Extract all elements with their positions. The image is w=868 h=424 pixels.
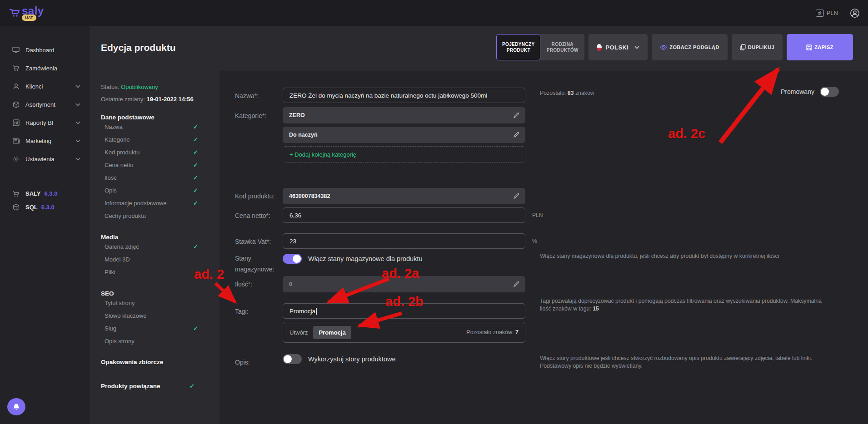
sidebar-item-orders[interactable]: Zamówienia — [0, 60, 90, 76]
promoted-toggle[interactable] — [820, 87, 839, 97]
stock-toggle-row: Włącz stany magazynowe dla produktu — [283, 254, 422, 264]
sidebar-item-dashboard[interactable]: Dashboard — [0, 42, 90, 58]
env-badge: UAT — [22, 15, 36, 21]
description-helper: Włącz story produktowe jeśli chcesz stwo… — [540, 355, 831, 370]
preview-button[interactable]: ZOBACZ PODGLĄD — [652, 34, 727, 60]
preview-label: ZOBACZ PODGLĄD — [669, 44, 719, 50]
currency-label: PLN — [827, 10, 838, 16]
user-avatar-icon[interactable] — [850, 8, 860, 18]
panel-item-page-description[interactable]: Opis strony — [105, 335, 217, 348]
panel-item-model3d[interactable]: Model 3D — [105, 253, 217, 266]
panel-item-name[interactable]: Nazwa✓ — [105, 121, 217, 133]
stock-helper: Włącz stany magazynowe dla produktu, jeś… — [540, 252, 831, 260]
sidebar-item-label: Asortyment — [25, 101, 55, 108]
category-chip-1[interactable]: ZERO — [283, 107, 525, 123]
check-icon: ✓ — [193, 159, 198, 172]
pencil-icon[interactable] — [513, 132, 519, 138]
panel-item-gallery[interactable]: Galeria zdjęć✓ — [105, 241, 217, 253]
tag-suggestion-chip[interactable]: Promocja — [313, 326, 351, 339]
tab-product-family[interactable]: RODZINA PRODUKTÓW — [540, 34, 584, 60]
pencil-icon[interactable] — [513, 112, 519, 118]
cart-icon — [12, 191, 20, 197]
sidebar-item-label: Zamówienia — [25, 65, 57, 72]
save-button[interactable]: ZAPISZ — [787, 34, 853, 60]
quantity-label: Ilość*: — [235, 281, 280, 288]
tags-label: Tagi: — [235, 308, 280, 315]
categories-label: Kategorie*: — [235, 112, 280, 119]
panel-item-page-title[interactable]: Tytuł strony — [105, 297, 217, 310]
product-form: Nazwa*: ZERO Żel do mycia naczyń na bazi… — [219, 71, 868, 424]
product-type-segmented: POJEDYNCZY PRODUKT RODZINA PRODUKTÓW — [496, 34, 584, 60]
sidebar-item-marketing[interactable]: Marketing — [0, 133, 90, 149]
code-label: Kod produktu: — [235, 192, 280, 200]
bell-icon — [13, 403, 20, 411]
section-title-seo: SEO — [101, 290, 219, 297]
story-toggle[interactable] — [283, 354, 302, 364]
story-toggle-label: Wykorzystuj story produktowe — [308, 355, 395, 363]
chevron-down-icon — [75, 121, 80, 124]
annotation-ad2: ad. 2 — [194, 267, 224, 282]
save-label: ZAPISZ — [814, 44, 833, 50]
sidebar-item-bi-reports[interactable]: Bi Raporty BI — [0, 114, 90, 131]
add-category-button[interactable]: + Dodaj kolejną kategorię — [283, 146, 525, 163]
sidebar-item-customers[interactable]: Klienci — [0, 78, 90, 94]
sidebar-item-assortment[interactable]: Asortyment — [0, 96, 90, 113]
currency-selector[interactable]: zł PLN — [816, 10, 838, 17]
tag-counter: Pozostało znaków: 7 — [466, 329, 519, 335]
duplicate-button[interactable]: DUPLIKUJ — [732, 34, 783, 60]
currency-icon: zł — [816, 10, 824, 17]
description-toggle-row: Wykorzystuj story produktowe — [283, 354, 395, 364]
panel-item-product-code[interactable]: Kod produktu✓ — [105, 146, 217, 159]
promoted-row: Promowany — [781, 87, 839, 97]
language-label: POLSKI — [606, 44, 629, 51]
panel-item-related-products[interactable]: Produkty powiązane✓ — [101, 383, 214, 389]
panel-item-basic-info[interactable]: Informacje podstawowe✓ — [105, 197, 217, 210]
annotation-ad2c: ad. 2c — [668, 126, 705, 141]
vat-suffix: % — [532, 238, 537, 244]
name-label: Nazwa*: — [235, 92, 280, 99]
name-input[interactable]: ZERO Żel do mycia naczyń na bazie natura… — [283, 88, 525, 103]
version-number: 6.3.0 — [44, 190, 57, 197]
sidebar-item-label: Dashboard — [25, 47, 55, 54]
panel-item-net-price[interactable]: Cena netto✓ — [105, 159, 217, 172]
sidebar-item-settings[interactable]: Ustawienia — [0, 151, 90, 167]
chevron-down-icon — [634, 46, 639, 49]
tab-single-product[interactable]: POJEDYNCZY PRODUKT — [496, 34, 540, 60]
notifications-fab[interactable] — [7, 398, 25, 415]
main-sidebar: Dashboard Zamówienia Klienci Asortyment … — [0, 26, 90, 424]
language-dropdown[interactable]: POLSKI — [589, 34, 648, 60]
version-name: SALY — [25, 190, 40, 197]
stock-toggle-label: Włącz stany magazynowe dla produktu — [308, 255, 422, 262]
panel-item-keyword[interactable]: Słowo kluczowe — [105, 310, 217, 322]
vat-label: Stawka Vat*: — [235, 238, 280, 245]
panel-item-slug[interactable]: Slug✓ — [105, 322, 217, 335]
price-input[interactable]: 6,36 — [283, 207, 525, 223]
tag-create-dropdown: Utwórz Promocja Pozostało znaków: 7 — [283, 322, 525, 343]
panel-item-description[interactable]: Opis✓ — [105, 184, 217, 197]
panel-item-product-features[interactable]: Cechy produktu — [105, 210, 217, 222]
product-code-field[interactable]: 4630007834382 — [283, 188, 525, 204]
app-logo[interactable]: saly UAT — [9, 5, 44, 18]
monitor-icon — [12, 47, 20, 53]
vat-input[interactable]: 23 — [283, 233, 525, 249]
status-badge: Opublikowany — [121, 84, 158, 90]
description-label: Opis: — [235, 359, 280, 366]
pencil-icon[interactable] — [513, 281, 519, 287]
category-chip-2[interactable]: Do naczyń — [283, 127, 525, 143]
panel-item-quantity[interactable]: Ilość✓ — [105, 172, 217, 184]
product-edit-page: saly UAT zł PLN Dashboard Zamówienia Kli… — [0, 0, 868, 424]
tag-create-label: Utwórz — [289, 329, 308, 336]
pencil-icon[interactable] — [513, 193, 519, 199]
version-name: SQL — [25, 204, 38, 211]
annotation-ad2b: ad. 2b — [385, 294, 424, 309]
check-icon: ✓ — [193, 172, 198, 184]
bi-icon: Bi — [12, 119, 20, 126]
panel-item-bulk-packaging[interactable]: Opakowania zbiorcze — [101, 359, 214, 365]
panel-item-categories[interactable]: Kategorie✓ — [105, 133, 217, 146]
svg-text:Bi: Bi — [14, 121, 18, 125]
check-icon: ✓ — [193, 322, 198, 335]
cart-logo-icon — [9, 8, 21, 18]
cart-icon — [12, 65, 20, 71]
stock-toggle[interactable] — [283, 254, 302, 264]
version-saly: SALY 6.3.0 — [0, 190, 90, 197]
